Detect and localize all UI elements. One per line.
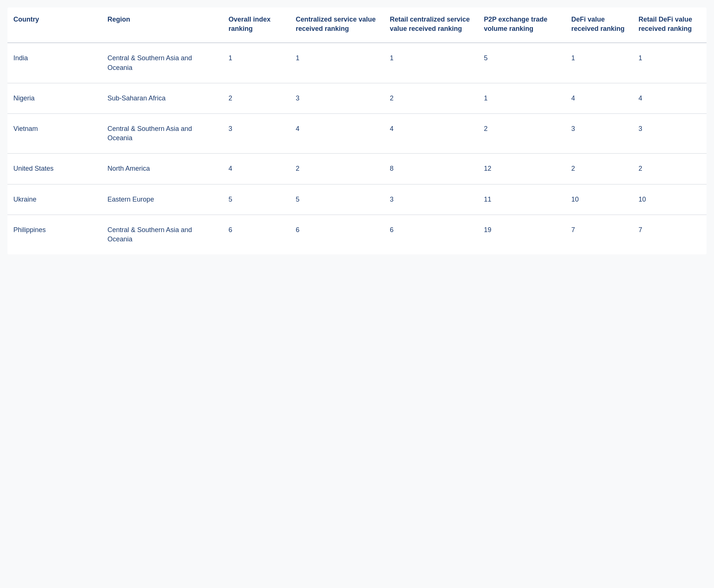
cell-region: Central & Southern Asia and Oceania [102, 113, 222, 153]
cell-region: Eastern Europe [102, 184, 222, 215]
cell-country: Nigeria [7, 83, 102, 113]
cell-region: Central & Southern Asia and Oceania [102, 215, 222, 254]
table-header-row: Country Region Overall index ranking Cen… [7, 7, 707, 43]
header-region: Region [102, 7, 222, 43]
cell-country: Philippines [7, 215, 102, 254]
cell-p2p: 5 [478, 43, 565, 83]
table-row: NigeriaSub-Saharan Africa232144 [7, 83, 707, 113]
cell-retail_cent: 1 [384, 43, 478, 83]
header-defi: DeFi value received ranking [565, 7, 633, 43]
cell-defi: 1 [565, 43, 633, 83]
cell-retail_cent: 6 [384, 215, 478, 254]
cell-country: Ukraine [7, 184, 102, 215]
cell-centralized: 2 [290, 154, 384, 184]
cell-overall: 4 [222, 154, 290, 184]
table-row: IndiaCentral & Southern Asia and Oceania… [7, 43, 707, 83]
cell-defi: 4 [565, 83, 633, 113]
cell-defi: 7 [565, 215, 633, 254]
cell-retail_cent: 2 [384, 83, 478, 113]
header-retail-cent: Retail centralized service value receive… [384, 7, 478, 43]
cell-p2p: 1 [478, 83, 565, 113]
cell-retail_cent: 8 [384, 154, 478, 184]
cell-p2p: 2 [478, 113, 565, 153]
cell-retail_defi: 10 [633, 184, 707, 215]
cell-retail_defi: 7 [633, 215, 707, 254]
cell-centralized: 4 [290, 113, 384, 153]
cell-defi: 3 [565, 113, 633, 153]
cell-overall: 1 [222, 43, 290, 83]
table-row: United StatesNorth America4281222 [7, 154, 707, 184]
cell-retail_cent: 4 [384, 113, 478, 153]
cell-region: Central & Southern Asia and Oceania [102, 43, 222, 83]
cell-region: North America [102, 154, 222, 184]
cell-p2p: 11 [478, 184, 565, 215]
cell-p2p: 19 [478, 215, 565, 254]
cell-overall: 6 [222, 215, 290, 254]
rankings-table: Country Region Overall index ranking Cen… [7, 7, 707, 254]
cell-defi: 10 [565, 184, 633, 215]
cell-region: Sub-Saharan Africa [102, 83, 222, 113]
cell-retail_defi: 3 [633, 113, 707, 153]
table-row: VietnamCentral & Southern Asia and Ocean… [7, 113, 707, 153]
cell-centralized: 1 [290, 43, 384, 83]
cell-retail_defi: 4 [633, 83, 707, 113]
cell-defi: 2 [565, 154, 633, 184]
table-row: UkraineEastern Europe553111010 [7, 184, 707, 215]
header-retail-defi: Retail DeFi value received ranking [633, 7, 707, 43]
cell-centralized: 6 [290, 215, 384, 254]
header-centralized: Centralized service value received ranki… [290, 7, 384, 43]
table-row: PhilippinesCentral & Southern Asia and O… [7, 215, 707, 254]
cell-country: India [7, 43, 102, 83]
cell-overall: 5 [222, 184, 290, 215]
cell-country: Vietnam [7, 113, 102, 153]
cell-centralized: 3 [290, 83, 384, 113]
cell-country: United States [7, 154, 102, 184]
cell-centralized: 5 [290, 184, 384, 215]
cell-p2p: 12 [478, 154, 565, 184]
cell-retail_defi: 2 [633, 154, 707, 184]
header-overall: Overall index ranking [222, 7, 290, 43]
cell-overall: 2 [222, 83, 290, 113]
header-country: Country [7, 7, 102, 43]
header-p2p: P2P exchange trade volume ranking [478, 7, 565, 43]
cell-retail_defi: 1 [633, 43, 707, 83]
cell-overall: 3 [222, 113, 290, 153]
cell-retail_cent: 3 [384, 184, 478, 215]
rankings-table-container: Country Region Overall index ranking Cen… [7, 7, 707, 254]
